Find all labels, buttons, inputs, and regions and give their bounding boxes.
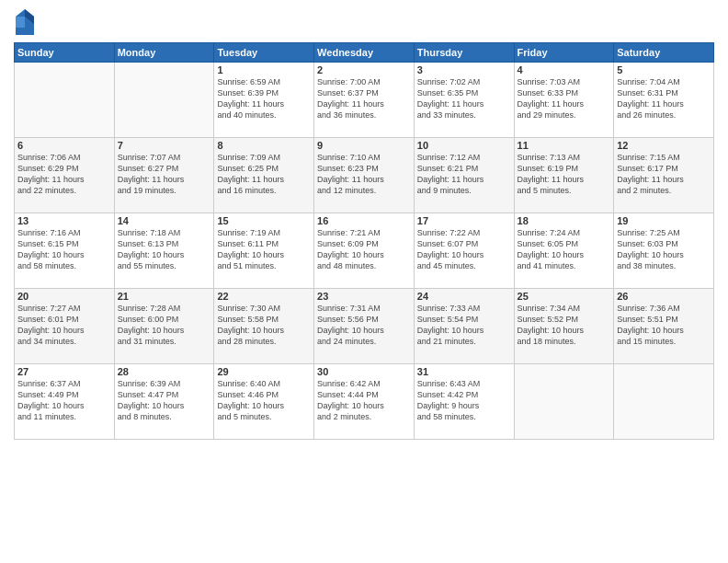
day-info: Sunrise: 7:04 AM Sunset: 6:31 PM Dayligh… bbox=[617, 76, 711, 121]
header bbox=[14, 9, 714, 35]
day-info: Sunrise: 7:21 AM Sunset: 6:09 PM Dayligh… bbox=[317, 227, 411, 272]
day-number: 3 bbox=[417, 64, 511, 75]
day-info: Sunrise: 7:19 AM Sunset: 6:11 PM Dayligh… bbox=[217, 227, 311, 272]
header-cell-monday: Monday bbox=[114, 43, 214, 63]
day-cell: 5Sunrise: 7:04 AM Sunset: 6:31 PM Daylig… bbox=[614, 63, 714, 138]
day-number: 29 bbox=[217, 366, 311, 377]
day-info: Sunrise: 7:07 AM Sunset: 6:27 PM Dayligh… bbox=[118, 152, 211, 197]
day-cell: 19Sunrise: 7:25 AM Sunset: 6:03 PM Dayli… bbox=[614, 213, 714, 289]
day-info: Sunrise: 6:37 AM Sunset: 4:49 PM Dayligh… bbox=[17, 378, 111, 423]
day-info: Sunrise: 7:30 AM Sunset: 5:58 PM Dayligh… bbox=[217, 303, 311, 348]
week-row-3: 13Sunrise: 7:16 AM Sunset: 6:15 PM Dayli… bbox=[15, 213, 714, 289]
week-row-1: 1Sunrise: 6:59 AM Sunset: 6:39 PM Daylig… bbox=[15, 63, 714, 138]
week-row-5: 27Sunrise: 6:37 AM Sunset: 4:49 PM Dayli… bbox=[15, 364, 714, 440]
day-number: 4 bbox=[518, 64, 611, 75]
day-number: 1 bbox=[217, 64, 311, 75]
header-cell-thursday: Thursday bbox=[414, 43, 514, 63]
day-cell: 25Sunrise: 7:34 AM Sunset: 5:52 PM Dayli… bbox=[514, 289, 614, 364]
day-cell: 17Sunrise: 7:22 AM Sunset: 6:07 PM Dayli… bbox=[414, 213, 514, 289]
logo bbox=[14, 9, 32, 35]
day-info: Sunrise: 7:13 AM Sunset: 6:19 PM Dayligh… bbox=[518, 152, 611, 197]
day-info: Sunrise: 7:10 AM Sunset: 6:23 PM Dayligh… bbox=[317, 152, 411, 197]
day-number: 13 bbox=[17, 215, 111, 226]
day-cell bbox=[614, 364, 714, 440]
day-info: Sunrise: 6:42 AM Sunset: 4:44 PM Dayligh… bbox=[317, 378, 411, 423]
logo-icon bbox=[16, 9, 34, 35]
day-cell bbox=[114, 63, 214, 138]
day-number: 20 bbox=[17, 291, 111, 302]
day-number: 16 bbox=[317, 215, 411, 226]
day-cell: 23Sunrise: 7:31 AM Sunset: 5:56 PM Dayli… bbox=[314, 289, 415, 364]
day-info: Sunrise: 7:18 AM Sunset: 6:13 PM Dayligh… bbox=[118, 227, 211, 272]
day-info: Sunrise: 7:31 AM Sunset: 5:56 PM Dayligh… bbox=[317, 303, 411, 348]
day-cell: 28Sunrise: 6:39 AM Sunset: 4:47 PM Dayli… bbox=[114, 364, 214, 440]
day-number: 12 bbox=[617, 140, 711, 151]
day-cell: 26Sunrise: 7:36 AM Sunset: 5:51 PM Dayli… bbox=[614, 289, 714, 364]
day-cell: 11Sunrise: 7:13 AM Sunset: 6:19 PM Dayli… bbox=[514, 138, 614, 213]
day-number: 31 bbox=[417, 366, 511, 377]
day-cell: 2Sunrise: 7:00 AM Sunset: 6:37 PM Daylig… bbox=[314, 63, 415, 138]
day-number: 10 bbox=[417, 140, 511, 151]
day-number: 6 bbox=[17, 140, 111, 151]
day-info: Sunrise: 6:59 AM Sunset: 6:39 PM Dayligh… bbox=[217, 76, 311, 121]
day-number: 28 bbox=[118, 366, 211, 377]
header-row: SundayMondayTuesdayWednesdayThursdayFrid… bbox=[15, 43, 714, 63]
day-cell: 31Sunrise: 6:43 AM Sunset: 4:42 PM Dayli… bbox=[414, 364, 514, 440]
day-cell: 16Sunrise: 7:21 AM Sunset: 6:09 PM Dayli… bbox=[314, 213, 415, 289]
day-number: 26 bbox=[617, 291, 711, 302]
day-info: Sunrise: 7:33 AM Sunset: 5:54 PM Dayligh… bbox=[417, 303, 511, 348]
header-cell-sunday: Sunday bbox=[15, 43, 115, 63]
day-number: 30 bbox=[317, 366, 411, 377]
day-info: Sunrise: 7:15 AM Sunset: 6:17 PM Dayligh… bbox=[617, 152, 711, 197]
day-info: Sunrise: 7:03 AM Sunset: 6:33 PM Dayligh… bbox=[518, 76, 611, 121]
day-cell: 3Sunrise: 7:02 AM Sunset: 6:35 PM Daylig… bbox=[414, 63, 514, 138]
day-cell: 6Sunrise: 7:06 AM Sunset: 6:29 PM Daylig… bbox=[15, 138, 115, 213]
day-number: 24 bbox=[417, 291, 511, 302]
header-cell-friday: Friday bbox=[514, 43, 614, 63]
day-info: Sunrise: 7:16 AM Sunset: 6:15 PM Dayligh… bbox=[17, 227, 111, 272]
day-info: Sunrise: 7:12 AM Sunset: 6:21 PM Dayligh… bbox=[417, 152, 511, 197]
day-cell: 24Sunrise: 7:33 AM Sunset: 5:54 PM Dayli… bbox=[414, 289, 514, 364]
day-cell: 15Sunrise: 7:19 AM Sunset: 6:11 PM Dayli… bbox=[214, 213, 314, 289]
header-cell-tuesday: Tuesday bbox=[214, 43, 314, 63]
day-cell: 22Sunrise: 7:30 AM Sunset: 5:58 PM Dayli… bbox=[214, 289, 314, 364]
day-number: 7 bbox=[118, 140, 211, 151]
day-number: 17 bbox=[417, 215, 511, 226]
day-cell bbox=[514, 364, 614, 440]
day-cell: 14Sunrise: 7:18 AM Sunset: 6:13 PM Dayli… bbox=[114, 213, 214, 289]
header-cell-wednesday: Wednesday bbox=[314, 43, 415, 63]
day-number: 27 bbox=[17, 366, 111, 377]
day-info: Sunrise: 7:36 AM Sunset: 5:51 PM Dayligh… bbox=[617, 303, 711, 348]
day-cell: 18Sunrise: 7:24 AM Sunset: 6:05 PM Dayli… bbox=[514, 213, 614, 289]
page: SundayMondayTuesdayWednesdayThursdayFrid… bbox=[0, 0, 728, 563]
day-info: Sunrise: 7:28 AM Sunset: 6:00 PM Dayligh… bbox=[118, 303, 211, 348]
day-info: Sunrise: 7:34 AM Sunset: 5:52 PM Dayligh… bbox=[518, 303, 611, 348]
day-cell: 9Sunrise: 7:10 AM Sunset: 6:23 PM Daylig… bbox=[314, 138, 415, 213]
week-row-4: 20Sunrise: 7:27 AM Sunset: 6:01 PM Dayli… bbox=[15, 289, 714, 364]
day-info: Sunrise: 7:09 AM Sunset: 6:25 PM Dayligh… bbox=[217, 152, 311, 197]
day-number: 22 bbox=[217, 291, 311, 302]
day-cell: 8Sunrise: 7:09 AM Sunset: 6:25 PM Daylig… bbox=[214, 138, 314, 213]
day-info: Sunrise: 7:22 AM Sunset: 6:07 PM Dayligh… bbox=[417, 227, 511, 272]
day-number: 23 bbox=[317, 291, 411, 302]
day-cell: 27Sunrise: 6:37 AM Sunset: 4:49 PM Dayli… bbox=[15, 364, 115, 440]
day-cell: 21Sunrise: 7:28 AM Sunset: 6:00 PM Dayli… bbox=[114, 289, 214, 364]
day-cell: 20Sunrise: 7:27 AM Sunset: 6:01 PM Dayli… bbox=[15, 289, 115, 364]
day-info: Sunrise: 7:00 AM Sunset: 6:37 PM Dayligh… bbox=[317, 76, 411, 121]
day-number: 19 bbox=[617, 215, 711, 226]
day-number: 8 bbox=[217, 140, 311, 151]
day-number: 14 bbox=[118, 215, 211, 226]
day-info: Sunrise: 6:43 AM Sunset: 4:42 PM Dayligh… bbox=[417, 378, 511, 423]
day-info: Sunrise: 6:39 AM Sunset: 4:47 PM Dayligh… bbox=[118, 378, 211, 423]
day-cell: 29Sunrise: 6:40 AM Sunset: 4:46 PM Dayli… bbox=[214, 364, 314, 440]
day-cell: 13Sunrise: 7:16 AM Sunset: 6:15 PM Dayli… bbox=[15, 213, 115, 289]
day-cell: 30Sunrise: 6:42 AM Sunset: 4:44 PM Dayli… bbox=[314, 364, 415, 440]
day-number: 2 bbox=[317, 64, 411, 75]
day-info: Sunrise: 7:25 AM Sunset: 6:03 PM Dayligh… bbox=[617, 227, 711, 272]
day-number: 11 bbox=[518, 140, 611, 151]
day-cell: 10Sunrise: 7:12 AM Sunset: 6:21 PM Dayli… bbox=[414, 138, 514, 213]
day-info: Sunrise: 7:02 AM Sunset: 6:35 PM Dayligh… bbox=[417, 76, 511, 121]
day-number: 9 bbox=[317, 140, 411, 151]
day-cell: 4Sunrise: 7:03 AM Sunset: 6:33 PM Daylig… bbox=[514, 63, 614, 138]
week-row-2: 6Sunrise: 7:06 AM Sunset: 6:29 PM Daylig… bbox=[15, 138, 714, 213]
